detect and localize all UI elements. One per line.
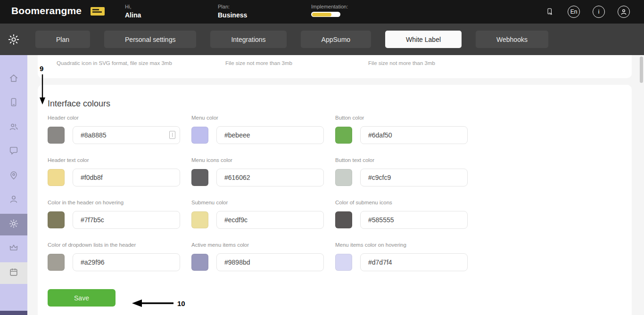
section-title: Interface colours [48,99,632,109]
color-input[interactable] [360,126,468,144]
upload-hints-card: Quadratic icon in SVG format, file size … [38,55,632,78]
color-field-header-text-color: Header text color [48,157,180,186]
settings-navbar: PlanPersonal settingsIntegrationsAppSumo… [0,24,644,55]
crown-icon [8,242,19,255]
color-field-menu-icons-color: Menu icons color [191,157,324,186]
color-input[interactable] [216,169,324,186]
sidebar-item-gear[interactable] [0,214,27,235]
calendar-icon [8,267,19,279]
color-field-button-text-color: Button text color [335,157,468,186]
device-icon [8,97,19,109]
color-input-wrap [216,211,324,229]
color-input-wrap [73,211,180,229]
color-input[interactable] [73,169,180,186]
color-swatch[interactable] [191,211,208,228]
field-label: Color of dropdown lists in the header [48,242,180,248]
color-swatch[interactable] [48,211,65,228]
color-swatch[interactable] [191,254,208,271]
field-label: Submenu color [191,200,324,205]
field-label: Button color [335,115,468,121]
user-greeting: Hi, Alina [125,4,141,19]
color-field-color-in-the-header-on-hovering: Color in the header on hovering [48,200,180,229]
upload-note-1: Quadratic icon in SVG format, file size … [57,60,172,66]
color-input-wrap [216,169,324,186]
sidebar-item-home[interactable] [0,68,27,90]
color-swatch[interactable] [335,254,352,271]
color-swatch[interactable] [191,127,208,144]
field-label: Active menu items color [191,242,324,248]
field-label: Header color [48,115,180,121]
sidebar-items [0,68,27,284]
color-input-wrap [360,211,468,229]
color-input[interactable] [360,169,468,186]
logo-card-icon [91,7,105,16]
sidebar-item-location[interactable] [0,165,27,187]
implementation-progress [311,12,340,17]
color-swatch[interactable] [48,127,65,144]
tab-appsumo[interactable]: AppSumo [301,31,371,48]
sidebar-item-device[interactable] [0,92,27,114]
color-swatch[interactable] [191,169,208,186]
color-input[interactable] [360,253,468,271]
color-input[interactable] [216,211,324,229]
info-icon[interactable]: i [593,6,605,18]
color-input-wrap [73,253,180,271]
color-swatch[interactable] [48,254,65,271]
color-field-active-menu-items-color: Active menu items color [191,242,324,271]
sidebar-item-users[interactable] [0,117,27,138]
color-input-wrap [360,253,468,271]
sidebar-item-person[interactable] [0,189,27,211]
vertical-scrollbar-thumb[interactable] [640,57,643,83]
color-picker-icon[interactable] [169,131,175,139]
color-swatch[interactable] [335,127,352,144]
color-input[interactable] [73,126,180,144]
color-field-button-color: Button color [335,115,468,144]
field-label: Header text color [48,157,180,163]
home-icon [8,73,19,85]
color-field-menu-color: Menu color [191,115,324,144]
color-input-wrap [360,169,468,186]
plan-block: Plan: Business [218,4,247,19]
color-input[interactable] [216,126,324,144]
location-icon [8,170,19,182]
implementation-progress-fill [312,13,331,16]
mobile-preview-icon[interactable] [545,6,555,18]
color-field-submenu-color: Submenu color [191,200,324,229]
user-name: Alina [125,11,141,19]
sidebar-item-calendar[interactable] [0,262,27,284]
color-input[interactable] [216,253,324,271]
nav-tabs: PlanPersonal settingsIntegrationsAppSumo… [35,31,548,48]
sidebar-item-chat[interactable] [0,141,27,162]
color-input[interactable] [73,253,180,271]
app-logo[interactable]: Boomerangme [11,5,82,16]
color-fields-grid: Header colorMenu colorButton colorHeader… [48,115,632,284]
field-label: Menu items color on hovering [335,242,468,248]
gear-icon[interactable] [8,33,20,46]
gear-icon [8,218,19,231]
color-input-wrap [216,126,324,144]
color-swatch[interactable] [335,211,352,228]
tab-personal-settings[interactable]: Personal settings [104,31,196,48]
page: Boomerangme Hi, Alina Plan: Business Imp… [0,0,644,315]
top-header: Boomerangme Hi, Alina Plan: Business Imp… [0,0,644,24]
plan-label: Plan: [218,4,247,9]
color-input[interactable] [360,211,468,229]
tab-integrations[interactable]: Integrations [210,31,286,48]
color-input-wrap [216,253,324,271]
tab-plan[interactable]: Plan [35,31,90,48]
tab-webhooks[interactable]: Webhooks [476,31,548,48]
color-input[interactable] [73,211,180,229]
field-label: Menu icons color [191,157,324,163]
color-field-header-color: Header color [48,115,180,144]
save-button[interactable]: Save [48,289,116,307]
account-icon[interactable] [618,6,630,18]
upload-note-3: File size not more than 3mb [368,60,435,66]
sidebar-item-crown[interactable] [0,238,27,259]
color-swatch[interactable] [335,169,352,186]
tab-white-label[interactable]: White Label [385,31,462,48]
field-label: Color of submenu icons [335,200,468,205]
implementation-block: Implementation: [311,4,348,17]
sidebar-bottom-strip [0,311,27,315]
language-icon[interactable]: En [568,6,580,18]
color-swatch[interactable] [48,169,65,186]
